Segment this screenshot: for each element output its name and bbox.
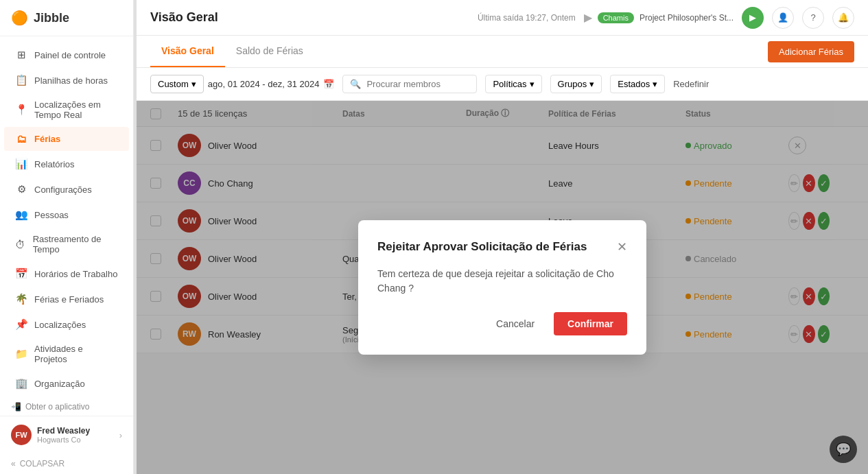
nav-icon-ferias2: 🌴 [15,293,27,305]
content-area: 15 de 15 licenças Datas Duração ⓘ Políti… [137,101,868,474]
date-range-text: ago, 01 2024 - dez, 31 2024 [208,79,320,89]
tabs: Visão GeralSaldo de Férias [150,36,314,67]
download-icon: 📲 [11,402,21,412]
main-content: Visão Geral Última saída 19:27, Ontem ▶ … [137,0,868,474]
notification-icon-button[interactable]: 🔔 [832,7,854,29]
modal-dialog: Rejeitar Aprovar Solicitação de Férias ✕… [358,220,646,355]
add-ferias-button[interactable]: Adicionar Férias [768,41,854,62]
nav-icon-reports: 📊 [15,158,27,170]
nav-icon-timesheets: 📋 [15,74,27,86]
logo-icon: 🟠 [11,10,28,26]
collapse-label: COLAPSAR [20,459,64,469]
help-icon-button[interactable]: ? [802,7,824,29]
confirm-button[interactable]: Confirmar [554,312,627,335]
chamis-label: Chamis [603,14,629,22]
chevron-down-icon: ▾ [530,79,535,89]
topbar-right: Última saída 19:27, Ontem ▶ Chamis Proje… [478,7,854,29]
user-info[interactable]: FW Fred Weasley Hogwarts Co › [11,425,122,445]
collapse-button[interactable]: « COLAPSAR [0,453,133,474]
sidebar-item-reports[interactable]: 📊Relatórios [4,152,129,176]
nav-label-ferias2: Férias e Feriados [34,294,104,305]
search-icon: 🔍 [350,79,361,89]
sidebar-item-timesheets[interactable]: 📋Planilhas de horas [4,68,129,93]
get-app-link[interactable]: 📲 Obter o aplicativo [0,398,133,416]
nav-icon-locations: 📌 [15,318,27,331]
search-input[interactable] [366,79,469,89]
play-button[interactable]: ▶ [742,7,764,29]
nav-label-settings: Configurações [34,185,92,195]
sidebar-footer: FW Fred Weasley Hogwarts Co › [0,416,133,453]
calendar-icon[interactable]: 📅 [323,79,334,89]
reset-link[interactable]: Redefinir [673,79,709,89]
nav-label-people: Pessoas [34,210,69,220]
nav-label-activities: Atividades e Projetos [34,344,118,364]
states-label: Estados [618,79,650,89]
nav-label-schedules: Horários de Trabalho [34,269,117,279]
date-range: ago, 01 2024 - dez, 31 2024 📅 [208,79,335,89]
modal-body: Tem certeza de que deseja rejeitar a sol… [377,267,627,296]
modal-overlay: Rejeitar Aprovar Solicitação de Férias ✕… [137,101,868,474]
date-filter: Custom ▾ ago, 01 2024 - dez, 31 2024 📅 [150,75,334,93]
user-details: Fred Weasley Hogwarts Co [37,426,90,444]
nav-icon-activities: 📁 [15,348,27,360]
user-icon-button[interactable]: 👤 [772,7,794,29]
close-icon[interactable]: ✕ [617,239,627,254]
timer-area: ▶ Chamis Project Philosopher's St... [584,11,734,24]
sidebar-item-org[interactable]: 🏢Organização [4,371,129,396]
modal-header: Rejeitar Aprovar Solicitação de Férias ✕ [377,239,627,254]
play-small-icon: ▶ [584,11,592,24]
sidebar: 🟠 Jibble ⊞Painel de controle📋Planilhas d… [0,0,134,474]
nav-icon-schedules: 📅 [15,268,27,280]
nav-icon-org: 🏢 [15,377,27,390]
tabs-bar: Visão GeralSaldo de Férias Adicionar Fér… [137,36,868,68]
logo-area: 🟠 Jibble [0,0,133,36]
nav-label-timesheets: Planilhas de horas [34,75,108,86]
policies-dropdown[interactable]: Políticas ▾ [485,75,541,93]
nav-icon-ferias: 🗂 [15,133,27,145]
chevron-down-icon: ▾ [653,79,657,89]
nav-label-ferias: Férias [34,134,60,144]
nav-icon-realtime: 📍 [15,104,27,116]
sidebar-nav: ⊞Painel de controle📋Planilhas de horas📍L… [0,36,133,398]
modal-title: Rejeitar Aprovar Solicitação de Férias [377,240,587,254]
tab-visao[interactable]: Visão Geral [150,36,225,67]
sidebar-item-tracking[interactable]: ⏱Rastreamento de Tempo [4,228,129,261]
tab-saldo[interactable]: Saldo de Férias [225,36,314,67]
page-title: Visão Geral [150,10,218,25]
sidebar-item-ferias[interactable]: 🗂Férias [4,127,129,151]
search-bar: 🔍 [342,75,477,93]
chamis-badge: Chamis [598,12,634,23]
nav-label-dashboard: Painel de controle [34,50,106,60]
sidebar-item-ferias2[interactable]: 🌴Férias e Feriados [4,287,129,311]
nav-label-tracking: Rastreamento de Tempo [33,234,118,254]
sidebar-item-schedules[interactable]: 📅Horários de Trabalho [4,261,129,286]
cancel-button[interactable]: Cancelar [485,313,546,335]
nav-icon-people: 👥 [15,209,27,221]
sidebar-item-dashboard[interactable]: ⊞Painel de controle [4,43,129,67]
custom-dropdown[interactable]: Custom ▾ [150,75,204,93]
groups-label: Grupos [558,79,587,89]
last-exit-text: Última saída 19:27, Ontem [478,13,576,23]
nav-label-realtime: Localizações em Tempo Real [34,99,118,120]
chevron-down-icon: ▾ [191,79,196,89]
sidebar-item-people[interactable]: 👥Pessoas [4,202,129,227]
project-label: Project Philosopher's St... [640,13,734,23]
sidebar-item-locations[interactable]: 📌Localizações [4,312,129,337]
filter-bar: Custom ▾ ago, 01 2024 - dez, 31 2024 📅 🔍… [137,68,868,101]
collapse-icon: « [11,459,16,469]
logo-text: Jibble [34,11,69,25]
user-name: Fred Weasley [37,426,90,436]
topbar: Visão Geral Última saída 19:27, Ontem ▶ … [137,0,868,36]
user-company: Hogwarts Co [37,436,90,444]
modal-footer: Cancelar Confirmar [377,312,627,335]
nav-icon-settings: ⚙ [15,183,27,195]
sidebar-item-settings[interactable]: ⚙Configurações [4,177,129,202]
nav-label-reports: Relatórios [34,159,75,169]
nav-label-org: Organização [34,379,85,389]
states-dropdown[interactable]: Estados ▾ [610,75,665,93]
groups-dropdown[interactable]: Grupos ▾ [550,75,602,93]
sidebar-item-activities[interactable]: 📁Atividades e Projetos [4,337,129,370]
nav-icon-dashboard: ⊞ [15,49,27,61]
sidebar-item-realtime[interactable]: 📍Localizações em Tempo Real [4,93,129,126]
nav-label-locations: Localizações [34,320,86,330]
